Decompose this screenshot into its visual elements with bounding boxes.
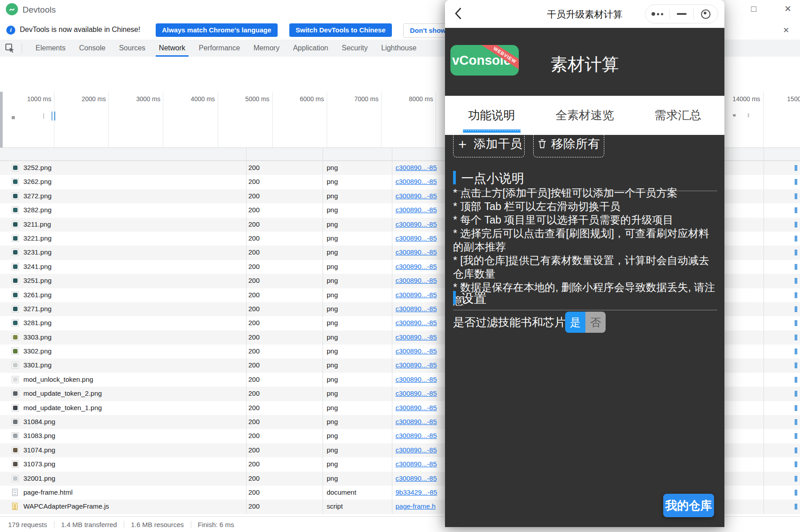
timeline-activity-mark [54,112,55,121]
tab-performance[interactable]: Performance [192,40,247,57]
timeline-gridline [763,92,764,148]
app-tab[interactable]: 需求汇总 [631,96,724,135]
tab-security[interactable]: Security [335,40,374,57]
maximize-button[interactable]: □ [746,2,761,16]
request-status: 200 [248,347,260,355]
remove-all-button[interactable]: 移除所有 [533,130,604,157]
request-initiator-link[interactable]: c300890...-85 [396,446,437,454]
request-initiator-link[interactable]: c300890...-85 [396,248,437,256]
timeline-gridline [327,92,327,148]
add-operator-button[interactable]: ＋ 添加干员 [453,130,525,157]
timeline-tick-label: 2000 ms [65,95,106,103]
image-thumbnail-icon [12,362,19,369]
tab-network[interactable]: Network [152,40,192,57]
request-initiator-link[interactable]: c300890...-85 [396,418,437,425]
request-initiator-link[interactable]: c300890...-85 [396,206,437,214]
request-type: script [327,502,343,510]
tab-memory[interactable]: Memory [247,40,286,57]
request-initiator-link[interactable]: c300890...-85 [396,347,437,355]
request-initiator-link[interactable]: c300890...-85 [396,220,437,228]
request-initiator-link[interactable]: c300890...-85 [396,474,437,482]
app-title: 素材计算 [445,53,724,76]
tab-application[interactable]: Application [286,40,335,57]
column-divider[interactable] [323,148,323,514]
filter-skillbook-label: 是否过滤技能书和芯片： [453,312,577,333]
request-initiator-link[interactable]: c300890...-85 [396,305,437,313]
miniprogram-body: vConsole WEBVIEW 素材计算 功能说明全素材速览需求汇总 ＋ 添加… [445,28,724,527]
filter-toggle: 是 否 [565,312,606,333]
request-initiator-link[interactable]: 9b33429...-85 [396,488,437,496]
switch-to-chinese-button[interactable]: Switch DevTools to Chinese [289,23,392,37]
miniprogram-window: 干员升级素材计算 vConsole WEBVIEW 素材计算 功能说明全素材速览… [445,0,724,527]
toggle-no-button[interactable]: 否 [585,312,606,333]
request-initiator-link[interactable]: c300890...-85 [396,432,437,439]
more-menu-icon[interactable] [646,5,670,23]
column-divider[interactable] [246,148,247,514]
request-initiator-link[interactable]: c300890...-85 [396,389,437,397]
request-initiator-link[interactable]: c300890...-85 [396,164,437,171]
waterfall-bar [795,207,797,213]
request-status: 200 [248,488,260,496]
inspect-icon[interactable] [4,43,16,54]
request-initiator-link[interactable]: c300890...-85 [396,376,437,383]
minimize-icon[interactable] [670,5,694,23]
infobar-close-icon[interactable]: ✕ [783,26,789,35]
document-icon [12,489,18,496]
request-name: 31073.png [23,460,55,468]
request-initiator-link[interactable]: page-frame.h [396,502,436,510]
request-initiator-link[interactable]: c300890...-85 [396,178,437,185]
request-status: 200 [248,277,260,284]
image-thumbnail-icon [12,192,19,200]
request-initiator-link[interactable]: c300890...-85 [396,234,437,242]
note-line: * [我的仓库]提供已有素材数量设置，计算时会自动减去仓库数量 [453,254,717,281]
close-record-icon[interactable] [694,5,718,23]
request-status: 200 [248,192,260,200]
column-divider[interactable] [392,148,392,514]
my-warehouse-button[interactable]: 我的仓库 [663,494,714,517]
request-initiator-link[interactable]: c300890...-85 [396,404,437,411]
request-status: 200 [248,333,260,341]
request-name: mod_update_token_2.png [23,389,102,397]
request-type: png [327,277,338,284]
request-initiator-link[interactable]: c300890...-85 [396,263,437,270]
waterfall-bar [795,193,797,199]
request-initiator-link[interactable]: c300890...-85 [396,192,437,200]
column-divider[interactable] [764,148,764,514]
match-language-button[interactable]: Always match Chrome's language [156,23,278,37]
tab-lighthouse[interactable]: Lighthouse [374,40,423,57]
app-tab[interactable]: 全素材速览 [538,96,631,135]
waterfall-bar [795,165,797,171]
request-initiator-link[interactable]: c300890...-85 [396,277,437,284]
request-initiator-link[interactable]: c300890...-85 [396,319,437,326]
timeline-tick-label: 1000 ms [11,95,51,103]
miniprogram-titlebar: 干员升级素材计算 [445,0,724,28]
timeline-tick-label: 7000 ms [338,95,378,103]
waterfall-bar [795,306,797,312]
info-icon: i [6,26,15,35]
request-type: png [327,474,338,482]
toggle-yes-button[interactable]: 是 [565,312,585,333]
tab-sources[interactable]: Sources [112,40,152,57]
request-type: png [327,220,338,228]
timeline-tick-label: 14000 ms [720,95,760,103]
image-thumbnail-icon [12,334,19,341]
image-thumbnail-icon [12,235,19,242]
app-tab[interactable]: 功能说明 [445,96,538,135]
request-name: 3301.png [23,361,52,369]
transferred-size: 1.4 MB transferred [61,521,124,528]
request-initiator-link[interactable]: c300890...-85 [396,333,437,341]
request-type: png [327,164,338,171]
waterfall-bar [795,504,797,510]
request-type: png [327,178,338,185]
request-initiator-link[interactable]: c300890...-85 [396,460,437,468]
request-type: png [327,460,338,468]
tab-elements[interactable]: Elements [29,40,72,57]
image-thumbnail-icon [12,376,19,383]
image-thumbnail-icon [12,447,19,454]
request-initiator-link[interactable]: c300890...-85 [396,361,437,369]
request-status: 200 [248,263,260,270]
request-type: png [327,347,338,355]
close-window-button[interactable]: ✕ [780,2,796,16]
request-initiator-link[interactable]: c300890...-85 [396,291,437,299]
tab-console[interactable]: Console [72,40,112,57]
